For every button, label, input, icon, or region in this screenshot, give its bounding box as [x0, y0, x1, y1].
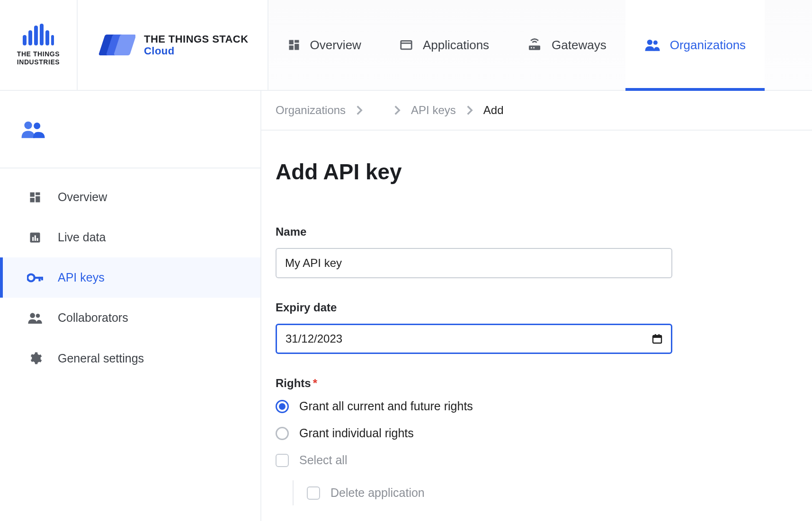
svg-rect-27: [32, 237, 34, 240]
svg-rect-13: [401, 41, 412, 49]
brand-stack-title: THE THINGS STACK: [144, 33, 249, 45]
svg-point-17: [533, 47, 535, 49]
radio-grant-all-label: Grant all current and future rights: [299, 399, 473, 413]
sidebar-item-overview[interactable]: Overview: [0, 177, 260, 217]
svg-rect-23: [36, 192, 40, 195]
people-icon: [27, 312, 44, 324]
svg-point-16: [531, 47, 532, 49]
radio-grant-all[interactable]: Grant all current and future rights: [276, 399, 673, 413]
nav-overview-label: Overview: [310, 38, 361, 53]
svg-rect-22: [30, 192, 35, 196]
chevron-right-icon: [356, 106, 363, 115]
svg-point-21: [34, 123, 40, 129]
crumb-organizations[interactable]: Organizations: [276, 104, 346, 117]
sidebar-item-label: Overview: [58, 190, 107, 204]
tti-bars-icon: [23, 24, 54, 45]
svg-point-19: [653, 41, 658, 45]
name-label: Name: [276, 225, 673, 238]
sidebar-item-general-settings[interactable]: General settings: [0, 338, 260, 379]
stack-logo-icon: [95, 32, 135, 58]
dashboard-icon: [27, 191, 44, 204]
svg-rect-28: [35, 235, 36, 241]
top-nav: Overview Applications Gateways Organizat…: [268, 0, 812, 90]
sidebar-item-label: Collaborators: [58, 311, 128, 325]
svg-rect-10: [294, 40, 299, 43]
brand-stack[interactable]: THE THINGS STACK Cloud: [78, 32, 268, 58]
brand-tti[interactable]: THE THINGS INDUSTRIES: [0, 0, 78, 90]
svg-rect-0: [23, 35, 27, 45]
chevron-right-icon: [394, 106, 401, 115]
sidebar-item-label: API keys: [58, 271, 105, 284]
nav-gateways-label: Gateways: [552, 38, 607, 53]
svg-rect-2: [34, 26, 38, 45]
checkbox-select-all-label: Select all: [299, 453, 347, 467]
svg-rect-12: [289, 45, 293, 50]
nav-organizations[interactable]: Organizations: [625, 0, 765, 90]
svg-rect-33: [41, 276, 43, 280]
org-people-icon: [20, 120, 46, 139]
nav-overview[interactable]: Overview: [268, 0, 380, 90]
checkbox-delete-application-label: Delete application: [330, 486, 425, 500]
svg-point-30: [27, 274, 35, 281]
nav-gateways[interactable]: Gateways: [508, 0, 625, 90]
checkbox-icon: [276, 454, 289, 467]
sidebar-item-label: Live data: [58, 230, 106, 244]
svg-point-20: [24, 122, 32, 129]
svg-point-35: [36, 314, 40, 318]
crumb-api-keys[interactable]: API keys: [411, 104, 456, 117]
svg-rect-1: [28, 30, 32, 45]
svg-rect-25: [30, 198, 35, 202]
chevron-right-icon: [466, 106, 473, 115]
sidebar: Overview Live data API keys Collaborator…: [0, 91, 261, 521]
radio-icon: [276, 427, 289, 440]
rights-label: Rights*: [276, 377, 673, 390]
radio-icon: [276, 400, 289, 413]
radio-grant-individual-label: Grant individual rights: [299, 426, 414, 440]
dashboard-icon: [287, 38, 301, 52]
svg-point-18: [647, 40, 652, 45]
checkbox-icon: [307, 486, 320, 500]
checkbox-delete-application[interactable]: Delete application: [293, 480, 673, 505]
brand-tti-line2: INDUSTRIES: [17, 58, 60, 67]
crumb-add: Add: [483, 104, 504, 117]
svg-rect-32: [38, 276, 40, 281]
sidebar-item-label: General settings: [58, 352, 144, 365]
brand-stack-sub: Cloud: [144, 45, 249, 57]
sidebar-item-collaborators[interactable]: Collaborators: [0, 298, 260, 338]
router-icon: [527, 38, 542, 52]
svg-rect-11: [294, 44, 299, 50]
sidebar-item-live-data[interactable]: Live data: [0, 217, 260, 257]
svg-rect-9: [289, 40, 293, 44]
expiry-date-input[interactable]: [276, 324, 672, 354]
bar-chart-icon: [27, 231, 44, 244]
sidebar-head: [0, 91, 260, 168]
brand-tti-line1: THE THINGS: [17, 50, 60, 59]
checkbox-select-all[interactable]: Select all: [276, 453, 673, 467]
svg-rect-24: [36, 196, 40, 202]
expiry-label: Expiry date: [276, 301, 673, 314]
breadcrumb: Organizations API keys Add: [261, 91, 812, 131]
gear-icon: [27, 351, 44, 365]
people-icon: [644, 38, 660, 52]
key-icon: [27, 271, 44, 284]
svg-rect-29: [37, 238, 38, 241]
nav-applications-label: Applications: [423, 38, 489, 53]
svg-rect-4: [45, 30, 49, 45]
name-input[interactable]: [276, 248, 672, 278]
page-title: Add API key: [276, 159, 673, 185]
svg-rect-3: [40, 24, 44, 45]
svg-point-34: [30, 313, 35, 318]
sidebar-item-api-keys[interactable]: API keys: [0, 257, 260, 298]
radio-grant-individual[interactable]: Grant individual rights: [276, 426, 673, 440]
web-asset-icon: [399, 38, 413, 52]
nav-applications[interactable]: Applications: [380, 0, 508, 90]
nav-organizations-label: Organizations: [670, 38, 746, 53]
svg-rect-5: [51, 35, 54, 45]
